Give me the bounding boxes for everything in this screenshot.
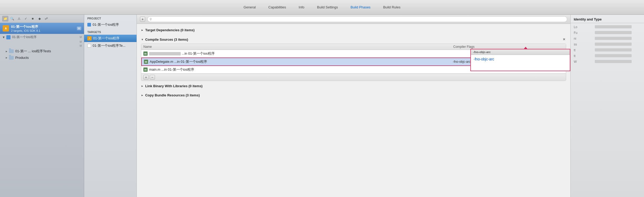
row3-filename-text: main.m (149, 68, 160, 71)
row1-filename-blurred (149, 52, 181, 55)
identity-value-tt (595, 48, 632, 51)
identity-label-lo: Lo (574, 25, 595, 29)
compiler-flags-popup: -fno-objc-arc -fno-objc-arc (470, 49, 570, 71)
sidebar-disclosure-arrow-products: ► (5, 56, 8, 59)
sidebar-top-icons: 📁 🔍 ⚠ ✓ ■ ◆ ☍ (0, 15, 84, 23)
identity-header: Identity and Type (571, 15, 644, 23)
identity-value-w (595, 60, 632, 63)
popup-header: -fno-objc-arc (471, 49, 570, 55)
row3-filename: main.m ...in 01-第一个ios程序 (149, 67, 453, 72)
sidebar-nav-icon-warning[interactable]: ⚠ (16, 16, 22, 22)
targets-main-target-name: 01-第一个ios程序 (93, 36, 133, 41)
identity-row-tt: tt (574, 48, 641, 52)
phase-label-dependencies: Target Dependencies (0 items) (145, 28, 195, 32)
row3-filename-suffix: ...in 01-第一个ios程序 (161, 68, 194, 71)
sidebar-nav-icon-test[interactable]: ✓ (23, 16, 29, 22)
sidebar-nav-icon-report[interactable]: ☍ (43, 16, 49, 22)
identity-value-ni (595, 37, 632, 40)
add-phase-button[interactable]: + (140, 17, 145, 22)
identity-value-fu (595, 31, 632, 34)
sidebar-nav-icon-breakpoint[interactable]: ◆ (36, 16, 43, 22)
sidebar-item-tests[interactable]: ► 01-第一 ... ios程序Tests (0, 48, 84, 55)
sidebar-item-tests-label: 01-第一 ... ios程序Tests (15, 49, 81, 54)
search-input[interactable] (153, 17, 565, 21)
tab-capabilities[interactable]: Capabilities (262, 3, 292, 11)
row2-filename-suffix: ...in 01-第一个ios程序 (174, 60, 207, 64)
tab-build-settings[interactable]: Build Settings (311, 3, 344, 11)
tab-build-rules[interactable]: Build Rules (377, 3, 407, 11)
sidebar-m-badge-3: M (80, 44, 82, 47)
sidebar-project-item[interactable]: A 01-第一个ios程序 2 targets, iOS SDK 8.1 M (0, 23, 84, 34)
table-footer: + − (141, 74, 566, 81)
identity-label-w: W (574, 60, 595, 64)
identity-panel: Identity and Type Lo Fu ni ss (570, 15, 644, 197)
main-layout: 📁 🔍 ⚠ ✓ ■ ◆ ☍ A 01-第一个ios程序 2 targets, i… (0, 15, 644, 197)
sidebar-nav-icon-debug[interactable]: ■ (29, 16, 36, 22)
identity-value-ss (595, 43, 632, 46)
m-badge-row1: m (143, 51, 148, 56)
targets-test-target[interactable]: 01-第一个ios程序Te... (84, 42, 137, 49)
phase-link-binary-header[interactable]: ► Link Binary With Libraries (0 items) (137, 82, 570, 90)
disclosure-arrow-down: ▼ (2, 35, 5, 39)
sidebar-item-products[interactable]: ► Products (0, 55, 84, 61)
sidebar-nav-icon-folder[interactable]: 📁 (2, 16, 8, 22)
tab-build-phases[interactable]: Build Phases (344, 3, 377, 11)
m-badge-row2: m (144, 60, 148, 64)
sidebar-m-badge-2: M (80, 40, 82, 43)
sidebar-disclosure-row[interactable]: ▼ 01-第一个ios程序 M (0, 34, 84, 40)
phase-label-link: Link Binary With Libraries (0 items) (145, 84, 203, 88)
project-name: 01-第一个ios程序 (11, 24, 40, 29)
targets-test-target-name: 01-第一个ios程序Te... (93, 43, 133, 48)
phase-link-binary: ► Link Binary With Libraries (0 items) (137, 82, 570, 90)
targets-project-name: 01-第一个ios程序 (93, 22, 133, 27)
identity-value-lo (595, 25, 632, 28)
top-tabbar: General Capabilities Info Build Settings… (0, 0, 644, 15)
identity-content: Lo Fu ni ss tt (571, 23, 644, 68)
phase-target-dependencies-header[interactable]: ► Target Dependencies (0 items) (137, 26, 570, 34)
phase-toggle-compile: ▼ (141, 38, 144, 41)
targets-section-label: TARGETS (84, 28, 137, 35)
sidebar-nav-icon-search[interactable]: 🔍 (9, 16, 15, 22)
identity-row-tt2: tt (574, 54, 641, 58)
sidebar-m-row-2: M (0, 40, 84, 44)
identity-value-tt2 (595, 54, 632, 57)
folder-icon-products (9, 56, 14, 60)
identity-label-fu: Fu (574, 31, 595, 35)
phase-toggle-link: ► (141, 85, 144, 87)
sidebar-item-products-label: Products (15, 56, 81, 60)
project-badge: M (77, 27, 81, 30)
test-target-icon (87, 44, 91, 48)
project-section-label: PROJECT (84, 15, 137, 21)
phase-close-button[interactable]: ✕ (562, 37, 566, 42)
targets-main-target[interactable]: ! 01-第一个ios程序 (84, 35, 137, 42)
right-panel: PROJECT 01-第一个ios程序 TARGETS ! 01-第一个ios程… (84, 15, 644, 197)
tab-general[interactable]: General (237, 3, 262, 11)
project-icon-blue (87, 23, 91, 27)
project-icon: A (3, 25, 9, 32)
content-panel: + ⚲ ► Target Dependencies (0 items) (137, 15, 570, 197)
table-add-button[interactable]: + (143, 75, 149, 80)
col-name-header: Name (143, 45, 453, 49)
targets-panel: PROJECT 01-第一个ios程序 TARGETS ! 01-第一个ios程… (84, 15, 137, 197)
phase-compile-sources-header[interactable]: ▼ Compile Sources (3 items) ✕ (137, 35, 570, 44)
identity-row-ss: ss (574, 43, 641, 46)
targets-project-item[interactable]: 01-第一个ios程序 (84, 21, 137, 28)
content-toolbar: + ⚲ (137, 15, 570, 24)
table-remove-button[interactable]: − (150, 75, 155, 80)
tabs-container: General Capabilities Info Build Settings… (237, 3, 407, 11)
identity-row-ni: ni (574, 37, 641, 40)
phase-label-compile: Compile Sources (3 items) (145, 38, 188, 42)
compiler-flags-value[interactable]: -fno-objc-arc (471, 55, 570, 71)
project-subtitle: 2 targets, iOS SDK 8.1 (11, 29, 40, 32)
identity-row-fu: Fu (574, 31, 641, 35)
phase-copy-bundle-header[interactable]: ► Copy Bundle Resources (3 items) (137, 91, 570, 99)
phase-target-dependencies: ► Target Dependencies (0 items) (137, 26, 570, 34)
sidebar-m-row-3: M (0, 44, 84, 48)
tab-info[interactable]: Info (292, 3, 311, 11)
col-flags-header: Compiler Flags (453, 45, 564, 49)
project-file-icon (6, 35, 11, 39)
row1-filename: ...in 01-第一个ios程序 (149, 51, 453, 56)
folder-icon-tests (9, 49, 14, 53)
sidebar-project-file-name: 01-第一个ios程序 (12, 35, 37, 39)
sidebar: 📁 🔍 ⚠ ✓ ■ ◆ ☍ A 01-第一个ios程序 2 targets, i… (0, 15, 84, 197)
